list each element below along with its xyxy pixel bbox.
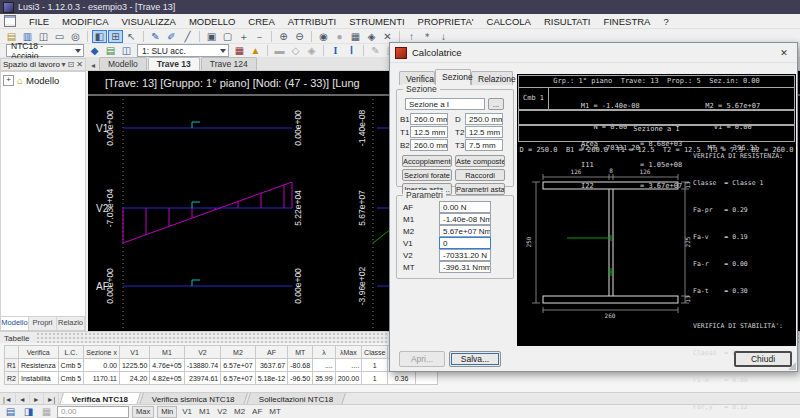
menu-proprieta[interactable]: PROPRIETA'	[412, 15, 480, 28]
toggle-af[interactable]: AF	[250, 407, 264, 416]
toggle-v2[interactable]: V2	[215, 407, 229, 416]
parametri-asta-button[interactable]: Parametri asta...	[455, 183, 505, 195]
menu-help[interactable]: ?	[657, 15, 674, 28]
edit-pen-icon[interactable]: ✎	[368, 44, 383, 57]
delete-icon[interactable]: ✕	[380, 30, 395, 43]
menu-strumenti[interactable]: STRUMENTI	[343, 15, 410, 28]
zoom-in-icon[interactable]: ⊕	[276, 30, 291, 43]
sezioni-forate-button[interactable]: Sezioni forate	[402, 169, 452, 181]
table-row[interactable]: R2 Instabilità Cmb 5 1170.11 24.20 4.82e…	[5, 372, 438, 385]
b1-field[interactable]: 260.0 mm	[410, 113, 448, 125]
toggle-mt[interactable]: MT	[267, 407, 283, 416]
mirror-icon[interactable]: ◈	[364, 30, 379, 43]
menu-calcola[interactable]: CALCOLA	[481, 15, 537, 28]
raccordi-button[interactable]: Raccordi	[455, 169, 505, 181]
menu-modifica[interactable]: MODIFICA	[56, 15, 114, 28]
close-icon[interactable]: ✕	[76, 60, 83, 69]
v1-param-field[interactable]: 0	[439, 237, 491, 249]
menu-attributi[interactable]: ATTRIBUTI	[282, 15, 342, 28]
toggle-v1[interactable]: V1	[180, 407, 194, 416]
menu-risultati[interactable]: RISULTATI	[538, 15, 596, 28]
tab-modello[interactable]: Modello	[99, 57, 147, 70]
material-icon[interactable]: ◆	[87, 44, 102, 57]
t1-field[interactable]: 12.5 mm	[410, 126, 448, 138]
window-new-icon[interactable]: ▣	[204, 30, 219, 43]
t2-field[interactable]: 12.5 mm	[465, 126, 503, 138]
results-table-icon[interactable]: ▦	[232, 44, 247, 57]
dialog-close-icon[interactable]: ✕	[777, 47, 791, 60]
min-button[interactable]: Min	[157, 406, 177, 418]
max-button[interactable]: Max	[132, 406, 154, 418]
draw-line-icon[interactable]: ╱	[180, 30, 195, 43]
dialog-tab-relazione[interactable]: Relazione	[471, 71, 513, 85]
warning-icon[interactable]: ▲	[248, 44, 263, 57]
section-i2-icon[interactable]: Ⅰ	[344, 44, 359, 57]
toggle-m2[interactable]: M2	[232, 407, 247, 416]
help-cursor-icon[interactable]: ↖	[124, 30, 139, 43]
chiudi-button[interactable]: Chiudi	[734, 351, 792, 367]
menu-file[interactable]: FILE	[23, 15, 55, 28]
node-a-icon[interactable]: ◇	[288, 44, 303, 57]
export-icon[interactable]: ◨	[21, 405, 36, 418]
render-sphere-icon[interactable]: ●	[332, 30, 347, 43]
print-table-icon[interactable]: ▤	[3, 405, 18, 418]
settings-icon[interactable]: ＊	[420, 30, 435, 43]
tab-trave-124[interactable]: Trave 124	[201, 57, 257, 70]
menubar: FILE MODIFICA VISUALIZZA MODELLO CREA AT…	[0, 14, 800, 29]
workspace-tab-modello[interactable]: Modello	[1, 317, 29, 330]
separator	[363, 45, 364, 56]
code-combobox[interactable]: NTC18 - Acciaio	[6, 44, 84, 57]
pin-icon[interactable]: ⊡	[68, 60, 75, 69]
param-label-af: AF	[403, 203, 413, 212]
section-manager-icon[interactable]: ◫	[119, 44, 134, 57]
grid-icon[interactable]: ▦	[348, 30, 363, 43]
dialog-tab-verifica[interactable]: Verifica	[399, 71, 435, 85]
zoom-out-icon[interactable]: ⊖	[292, 30, 307, 43]
m2-param-field[interactable]: 5.67e+07 Nmm	[439, 225, 491, 237]
mt-param-field[interactable]: -396.31 Nmm	[439, 261, 491, 273]
zoom-window-icon[interactable]: ◉	[316, 30, 331, 43]
move-up-icon[interactable]: ↑	[404, 30, 419, 43]
b2-field[interactable]: 260.0 mm	[410, 139, 448, 151]
accoppiamento-button[interactable]: Accoppiamento	[402, 155, 452, 167]
move-down-icon[interactable]: ↓	[436, 30, 451, 43]
section-i-icon[interactable]: I	[328, 44, 343, 57]
section-position-field[interactable]: 0.00	[57, 406, 129, 418]
workspace-tab-proprieta[interactable]: Propri	[29, 317, 57, 330]
library-icon[interactable]: ▤	[103, 44, 118, 57]
view-windows-icon[interactable]: ⊞	[108, 30, 123, 43]
window-arrange-icon[interactable]: ▢	[220, 30, 235, 43]
draw-pen-icon[interactable]: ✎	[148, 30, 163, 43]
dialog-tab-sezione[interactable]: Sezione	[435, 69, 471, 85]
menu-finestra[interactable]: FINESTRA	[597, 15, 656, 28]
toggle-m1[interactable]: M1	[197, 407, 212, 416]
menu-visualizza[interactable]: VISUALIZZA	[116, 15, 182, 28]
view-pan-icon[interactable]: ◧	[92, 30, 107, 43]
aste-composte-button[interactable]: Aste composte	[455, 155, 505, 167]
node-b-icon[interactable]: ◈	[304, 44, 319, 57]
beam-release-icon[interactable]: ▬	[272, 44, 287, 57]
v2-param-field[interactable]: -70331.20 N	[439, 249, 491, 261]
workspace-tab-relazione[interactable]: Relazio	[57, 317, 85, 330]
remove-icon[interactable]: －	[252, 30, 267, 43]
t3-field[interactable]: 7.5 mm	[465, 139, 503, 151]
tab-scroll-left[interactable]: ◂	[88, 61, 98, 70]
browse-button[interactable]: ...	[488, 98, 504, 110]
table-row[interactable]: R1 Resistenza Cmb 5 0.00 1225.50 4.76e+0…	[5, 359, 438, 372]
dialog-resize-grip[interactable]	[788, 362, 796, 370]
menu-modello[interactable]: MODELLO	[183, 15, 241, 28]
d-field[interactable]: 250.0 mm	[465, 113, 503, 125]
dimension-lines	[532, 174, 689, 313]
add-icon[interactable]: ＋	[236, 30, 251, 43]
loadcase-combobox[interactable]: 1: SLU acc.	[137, 44, 229, 57]
draw-pen2-icon[interactable]: ✐	[164, 30, 179, 43]
af-param-field[interactable]: 0.00 N	[439, 201, 491, 213]
salva-button[interactable]: Salva...	[449, 351, 501, 367]
menu-crea[interactable]: CREA	[242, 15, 280, 28]
tree-node-modello[interactable]: + ⌂ Modello	[1, 72, 85, 89]
section-type-combobox[interactable]: Sezione a I	[405, 98, 485, 110]
tab-trave-13[interactable]: Trave 13	[148, 57, 200, 70]
m1-param-field[interactable]: -1.40e-08 Nmm	[439, 213, 491, 225]
tree-expander-icon[interactable]: +	[3, 75, 14, 86]
chevron-down-icon[interactable]: ▾	[62, 60, 66, 69]
